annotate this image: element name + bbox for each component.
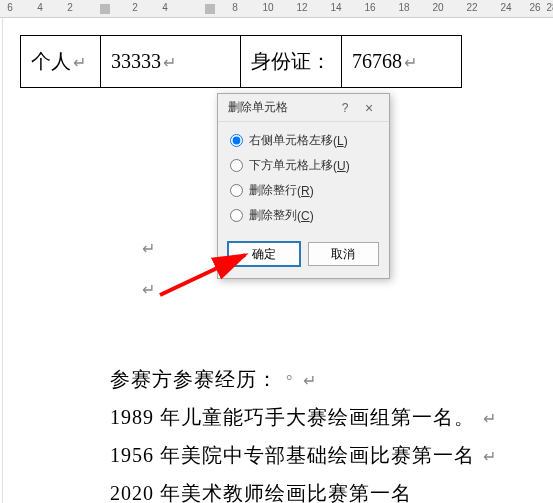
paragraph-line[interactable]: 1989 年儿童能巧手大赛绘画组第一名。 ↵ (110, 398, 550, 436)
return-icon: ↵ (163, 54, 176, 71)
dialog-title: 删除单元格 (228, 99, 333, 116)
ruler-marker-icon (205, 4, 215, 14)
return-icon: ↵ (142, 240, 155, 257)
cell-value-name[interactable]: 33333↵ (101, 36, 241, 88)
dialog-body: 右侧单元格左移(L) 下方单元格上移(U) 删除整行(R) 删除整列(C) (218, 122, 389, 238)
help-icon[interactable]: ? (333, 101, 357, 115)
radio-input[interactable] (230, 134, 243, 147)
paragraph-heading[interactable]: 参赛方参赛经历： ° ↵ (110, 360, 550, 398)
ok-button[interactable]: 确定 (228, 242, 300, 266)
radio-input[interactable] (230, 159, 243, 172)
return-icon: ↵ (303, 372, 317, 389)
cell-value-id[interactable]: 76768↵ (342, 36, 462, 88)
ruler-marker-icon (100, 4, 110, 14)
return-icon: ↵ (73, 54, 86, 71)
paragraph-line[interactable]: 1956 年美院中专部基础绘画比赛第一名 ↵ (110, 436, 550, 474)
radio-input[interactable] (230, 209, 243, 222)
cell-label-name[interactable]: 个人↵ (21, 36, 101, 88)
space-dot-icon: ° (286, 372, 293, 389)
return-icon: ↵ (483, 410, 497, 427)
document-table[interactable]: 个人↵ 33333↵ 身份证： 76768↵ (20, 35, 462, 88)
cancel-button[interactable]: 取消 (308, 242, 380, 266)
radio-delete-row[interactable]: 删除整行(R) (230, 182, 377, 199)
radio-label: 删除整行 (249, 182, 297, 199)
radio-label: 下方单元格上移 (249, 157, 333, 174)
radio-delete-column[interactable]: 删除整列(C) (230, 207, 377, 224)
return-icon: ↵ (483, 448, 497, 465)
radio-input[interactable] (230, 184, 243, 197)
document-body-text[interactable]: 参赛方参赛经历： ° ↵ 1989 年儿童能巧手大赛绘画组第一名。 ↵ 1956… (110, 360, 550, 503)
dialog-buttons: 确定 取消 (218, 238, 389, 278)
cell-text: 76768 (352, 50, 402, 72)
return-icon: ↵ (142, 281, 155, 298)
return-icon: ↵ (404, 54, 417, 71)
radio-label: 右侧单元格左移 (249, 132, 333, 149)
cell-label-id[interactable]: 身份证： (241, 36, 342, 88)
delete-cells-dialog: 删除单元格 ? × 右侧单元格左移(L) 下方单元格上移(U) 删除整行(R) … (217, 93, 390, 279)
radio-label: 删除整列 (249, 207, 297, 224)
cell-text: 个人 (31, 50, 71, 72)
radio-shift-up[interactable]: 下方单元格上移(U) (230, 157, 377, 174)
table-row[interactable]: 个人↵ 33333↵ 身份证： 76768↵ (21, 36, 462, 88)
dialog-titlebar[interactable]: 删除单元格 ? × (218, 94, 389, 122)
cell-text: 33333 (111, 50, 161, 72)
radio-shift-left[interactable]: 右侧单元格左移(L) (230, 132, 377, 149)
cell-text: 身份证： (251, 50, 331, 72)
paragraph-line[interactable]: 2020 年美术教师绘画比赛第一名 (110, 474, 550, 503)
horizontal-ruler: 6 4 2 2 4 8 10 12 14 16 18 20 22 24 26 2… (0, 0, 553, 18)
close-icon[interactable]: × (357, 100, 381, 116)
